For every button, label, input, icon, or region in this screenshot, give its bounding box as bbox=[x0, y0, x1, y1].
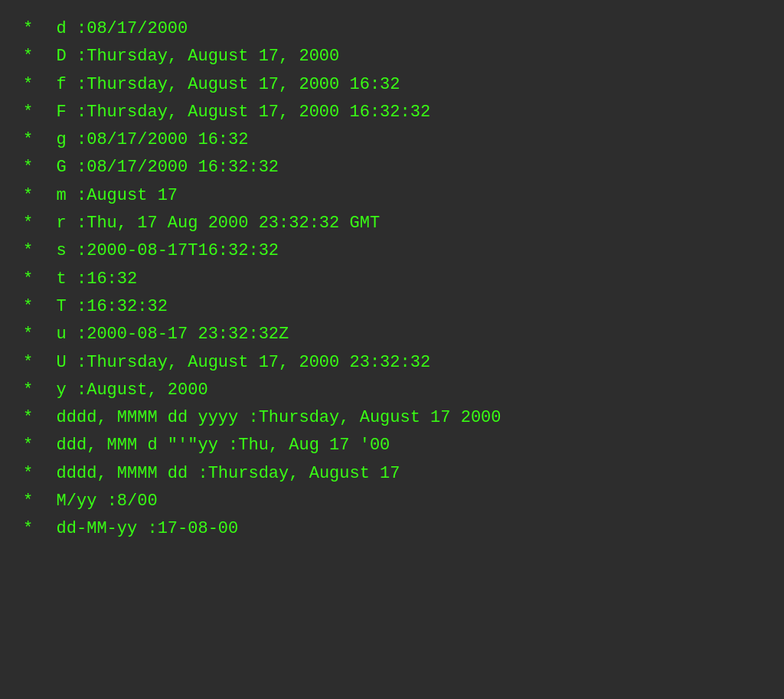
format-value: :August, 2000 bbox=[77, 377, 208, 404]
code-line: * F :Thursday, August 17, 2000 16:32:32 bbox=[23, 99, 761, 126]
format-key: r bbox=[46, 210, 77, 237]
code-line: * y :August, 2000 bbox=[23, 377, 761, 404]
code-line: * U :Thursday, August 17, 2000 23:32:32 bbox=[23, 349, 761, 377]
format-key: t bbox=[46, 266, 77, 293]
format-key: m bbox=[46, 182, 77, 210]
code-line: * s :2000-08-17T16:32:32 bbox=[23, 237, 761, 265]
code-line: * d :08/17/2000 bbox=[23, 15, 761, 43]
bullet-asterisk: * bbox=[23, 377, 43, 404]
code-line: * u :2000-08-17 23:32:32Z bbox=[23, 321, 761, 348]
format-value: :8/00 bbox=[107, 488, 158, 515]
format-key: T bbox=[46, 293, 77, 321]
format-value: :Thu, Aug 17 '00 bbox=[228, 432, 390, 459]
format-key: dddd, MMMM dd bbox=[46, 460, 198, 488]
bullet-asterisk: * bbox=[23, 210, 43, 237]
format-value: :August 17 bbox=[77, 182, 178, 210]
code-line: * t :16:32 bbox=[23, 266, 761, 293]
format-key: F bbox=[46, 99, 77, 126]
code-line: * T :16:32:32 bbox=[23, 293, 761, 321]
format-value: :Thu, 17 Aug 2000 23:32:32 GMT bbox=[77, 210, 380, 237]
format-value: :Thursday, August 17, 2000 bbox=[77, 43, 339, 70]
bullet-asterisk: * bbox=[23, 515, 43, 543]
format-key: u bbox=[46, 321, 77, 348]
bullet-asterisk: * bbox=[23, 460, 43, 488]
bullet-asterisk: * bbox=[23, 432, 43, 459]
format-key: f bbox=[46, 71, 77, 99]
format-value: :Thursday, August 17 2000 bbox=[248, 404, 501, 432]
format-value: :08/17/2000 16:32 bbox=[77, 126, 248, 154]
bullet-asterisk: * bbox=[23, 182, 43, 210]
format-value: :17-08-00 bbox=[147, 515, 238, 543]
code-line: * G :08/17/2000 16:32:32 bbox=[23, 154, 761, 181]
bullet-asterisk: * bbox=[23, 404, 43, 432]
bullet-asterisk: * bbox=[23, 126, 43, 154]
bullet-asterisk: * bbox=[23, 266, 43, 293]
code-line: * dddd, MMMM dd :Thursday, August 17 bbox=[23, 460, 761, 488]
bullet-asterisk: * bbox=[23, 15, 43, 43]
bullet-asterisk: * bbox=[23, 99, 43, 126]
bullet-asterisk: * bbox=[23, 43, 43, 70]
format-key: M/yy bbox=[46, 488, 106, 515]
format-key: g bbox=[46, 126, 77, 154]
format-key: s bbox=[46, 237, 77, 265]
format-key: dddd, MMMM dd yyyy bbox=[46, 404, 248, 432]
format-value: :Thursday, August 17, 2000 16:32:32 bbox=[77, 99, 430, 126]
bullet-asterisk: * bbox=[23, 71, 43, 99]
format-value: :16:32 bbox=[77, 266, 137, 293]
format-value: :08/17/2000 bbox=[77, 15, 188, 43]
format-value: :Thursday, August 17 bbox=[198, 460, 400, 488]
code-line: * dd-MM-yy :17-08-00 bbox=[23, 515, 761, 543]
bullet-asterisk: * bbox=[23, 488, 43, 515]
format-key: U bbox=[46, 349, 77, 377]
format-value: :08/17/2000 16:32:32 bbox=[77, 154, 279, 181]
format-key: D bbox=[46, 43, 77, 70]
format-value: :Thursday, August 17, 2000 16:32 bbox=[77, 71, 400, 99]
code-line: * r :Thu, 17 Aug 2000 23:32:32 GMT bbox=[23, 210, 761, 237]
format-value: :2000-08-17 23:32:32Z bbox=[77, 321, 289, 348]
bullet-asterisk: * bbox=[23, 349, 43, 377]
code-line: * f :Thursday, August 17, 2000 16:32 bbox=[23, 71, 761, 99]
code-line: * m :August 17 bbox=[23, 182, 761, 210]
code-line: * ddd, MMM d "'"yy :Thu, Aug 17 '00 bbox=[23, 432, 761, 459]
format-key: y bbox=[46, 377, 77, 404]
bullet-asterisk: * bbox=[23, 237, 43, 265]
code-output: * d :08/17/2000* D :Thursday, August 17,… bbox=[23, 15, 761, 544]
bullet-asterisk: * bbox=[23, 321, 43, 348]
format-value: :Thursday, August 17, 2000 23:32:32 bbox=[77, 349, 430, 377]
code-line: * M/yy :8/00 bbox=[23, 488, 761, 515]
code-line: * dddd, MMMM dd yyyy :Thursday, August 1… bbox=[23, 404, 761, 432]
format-key: G bbox=[46, 154, 77, 181]
code-line: * D :Thursday, August 17, 2000 bbox=[23, 43, 761, 70]
format-key: dd-MM-yy bbox=[46, 515, 147, 543]
bullet-asterisk: * bbox=[23, 293, 43, 321]
format-key: d bbox=[46, 15, 77, 43]
code-line: * g :08/17/2000 16:32 bbox=[23, 126, 761, 154]
bullet-asterisk: * bbox=[23, 154, 43, 181]
format-key: ddd, MMM d "'"yy bbox=[46, 432, 228, 459]
format-value: :2000-08-17T16:32:32 bbox=[77, 237, 279, 265]
format-value: :16:32:32 bbox=[77, 293, 168, 321]
